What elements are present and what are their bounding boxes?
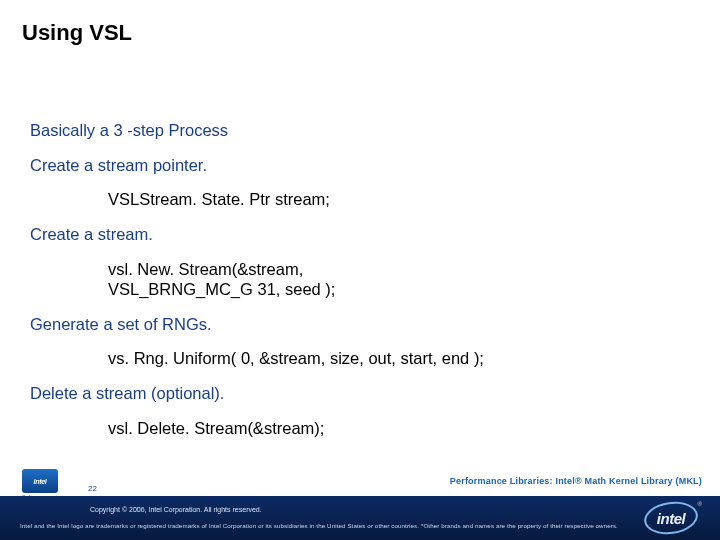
copyright-text: Copyright © 2006, Intel Corporation. All… <box>90 506 262 513</box>
slide-title: Using VSL <box>22 20 132 46</box>
step-4-text: Delete a stream (optional). <box>30 383 700 404</box>
slide: Using VSL Basically a 3 -step Process Cr… <box>0 0 720 540</box>
intel-logo-text: intel <box>657 510 685 527</box>
footer-bar: Copyright © 2006, Intel Corporation. All… <box>0 496 720 540</box>
intel-software-badge: intel <box>22 469 58 493</box>
disclaimer-text: Intel and the Intel logo are trademarks … <box>20 522 618 529</box>
intro-line: Basically a 3 -step Process <box>30 120 700 141</box>
page-number: 22 <box>88 484 97 493</box>
code-4: vsl. Delete. Stream(&stream); <box>108 418 700 439</box>
intel-logo: intel ® <box>642 499 700 537</box>
performance-label: Performance Libraries: Intel® Math Kerne… <box>450 476 702 486</box>
code-2a: vsl. New. Stream(&stream, <box>108 260 303 278</box>
step-1-text: Create a stream pointer. <box>30 155 700 176</box>
step-3-text: Generate a set of RNGs. <box>30 314 700 335</box>
code-2: vsl. New. Stream(&stream, VSL_BRNG_MC_G … <box>108 259 700 300</box>
code-2b: VSL_BRNG_MC_G 31, seed ); <box>108 280 335 298</box>
code-1: VSLStream. State. Ptr stream; <box>108 189 700 210</box>
step-2-text: Create a stream. <box>30 224 700 245</box>
code-3: vs. Rng. Uniform( 0, &stream, size, out,… <box>108 348 700 369</box>
badge-text: intel <box>34 478 47 485</box>
slide-body: Basically a 3 -step Process Create a str… <box>30 120 700 452</box>
registered-icon: ® <box>698 501 702 507</box>
